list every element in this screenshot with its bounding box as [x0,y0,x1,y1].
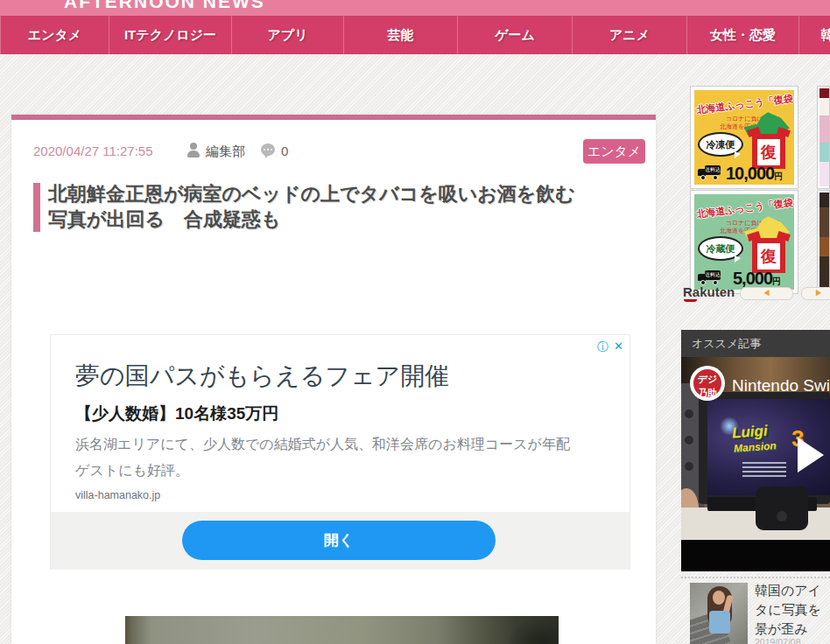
sidebar-divider [681,577,830,578]
title-accent-bar [33,183,40,232]
video-title: Nintendo Swit [732,376,830,396]
category-badge[interactable]: エンタメ [583,139,645,164]
carousel-next-button[interactable]: ▶ [801,287,830,300]
video-channel-badge: デジ乃助 [692,368,723,399]
nav-item-apps[interactable]: アプリ [231,16,343,54]
rakuten-ad-partial-top[interactable] [817,86,830,189]
article-title-line2: 写真が出回る 合成疑惑も [48,208,281,230]
video-thumbnail: Luigi Mansion 3 デジ乃助 Nintendo Swit [681,357,830,540]
site-header: AFTERNOON NEWS [0,0,830,16]
nav-item-it-technology[interactable]: ITテクノロジー [109,16,231,54]
recommend-header: オススメ記事 [681,330,830,357]
ad-info-icon[interactable]: ⓘ [597,340,608,355]
article-image [125,616,559,644]
comment-icon [261,144,276,158]
price: 10,000円 [726,164,782,184]
article-card: 2020/04/27 11:27:55 編集部 0 エンタメ 北朝鮮金正恩が病室… [11,115,656,644]
ad-body-line2: ゲストにも好評。 [75,463,189,478]
nav-item-hanryu-partial[interactable]: 韓流 [798,16,830,54]
video-letterbox [681,540,830,571]
rakuten-logo: Rakuten [683,284,735,299]
ad-open-button[interactable]: 開く [182,521,496,560]
article-image-plant-shadow [506,616,559,644]
article-title: 北朝鮮金正恩が病室のベッドの上でタバコを吸いお酒を飲む 写真が出回る 合成疑惑も [48,181,637,232]
recommend-video-player[interactable]: Luigi Mansion 3 デジ乃助 Nintendo Swit [681,357,830,571]
ad-footer: 開く [51,512,630,570]
delivery-bubble-tail [735,256,741,262]
truck-icon: 送料込 [698,165,724,181]
screen-menu-lines [742,462,786,478]
ad-url: villa-hamanako.jp [75,489,160,501]
main-nav: エンタメ ITテクノロジー アプリ 芸能 ゲーム アニメ 女性・恋愛 韓流 [0,16,830,54]
related-article-item[interactable]: 韓国のアイ タに写真を 景が歪み 2019/07/08 [681,583,830,644]
article-meta: 2020/04/27 11:27:55 編集部 0 エンタメ [11,120,656,172]
author-icon [186,143,200,158]
inline-ad[interactable]: ⓘ ✕ 夢の国パスがもらえるフェア開催 【少人数婚】10名様35万円 浜名湖エリ… [50,334,630,570]
nav-item-josei-renai[interactable]: 女性・恋愛 [686,16,798,54]
nav-item-game[interactable]: ゲーム [457,16,572,54]
rakuten-ad-10000[interactable]: 北海道ふっこう「復袋」 コロナに負けない！北海道を応援してください！ 冷凍便 復… [690,86,798,189]
site-logo[interactable]: AFTERNOON NEWS [64,0,265,12]
price: 5,000円 [733,269,780,289]
related-article-date: 2019/07/08 [755,637,801,644]
screen-title-mansion: Mansion [734,439,777,454]
related-article-thumbnail [690,583,748,644]
comment-count: 0 [281,144,288,158]
nav-item-entame[interactable]: エンタメ [0,16,109,54]
ad-subtitle: 【少人数婚】10名様35万円 [75,402,278,425]
nav-item-geinou[interactable]: 芸能 [343,16,457,54]
delivery-bubble-tail [735,151,741,158]
related-article-title: 韓国のアイ タに写真を 景が歪み [755,581,830,637]
audio-adapter [756,486,808,530]
ad-body-line1: 浜名湖エリアにて、少人数での結婚式が人気、和洋会席のお料理コースが年配 [75,437,570,452]
article-date: 2020/04/27 11:27:55 [33,144,153,158]
ad-close-icon[interactable]: ✕ [614,340,623,353]
rakuten-ad-5000[interactable]: 北海道ふっこう「復袋」 コロナに負けない！北海道を応援してください！ 冷蔵便 復… [690,190,798,294]
ad-body: 浜名湖エリアにて、少人数での結婚式が人気、和洋会席のお料理コースが年配 ゲストに… [75,431,601,484]
carousel-prev-button[interactable]: ◀ [740,287,793,300]
nav-item-anime[interactable]: アニメ [572,16,686,54]
fukubukuro-box-icon: 復 [752,238,785,273]
play-icon[interactable] [798,438,824,472]
article-title-block: 北朝鮮金正恩が病室のベッドの上でタバコを吸いお酒を飲む 写真が出回る 合成疑惑も [33,181,637,232]
price-row: 送料込 10,000円 [698,164,792,183]
article-author: 編集部 [206,144,245,160]
screen-title-luigi: Luigi [731,423,768,443]
rakuten-ad-partial-bottom[interactable] [817,190,830,294]
page: AFTERNOON NEWS エンタメ ITテクノロジー アプリ 芸能 ゲーム … [0,0,830,644]
ad-title[interactable]: 夢の国パスがもらえるフェア開催 [75,360,449,393]
article-title-line1: 北朝鮮金正恩が病室のベッドの上でタバコを吸いお酒を飲む [48,183,575,205]
